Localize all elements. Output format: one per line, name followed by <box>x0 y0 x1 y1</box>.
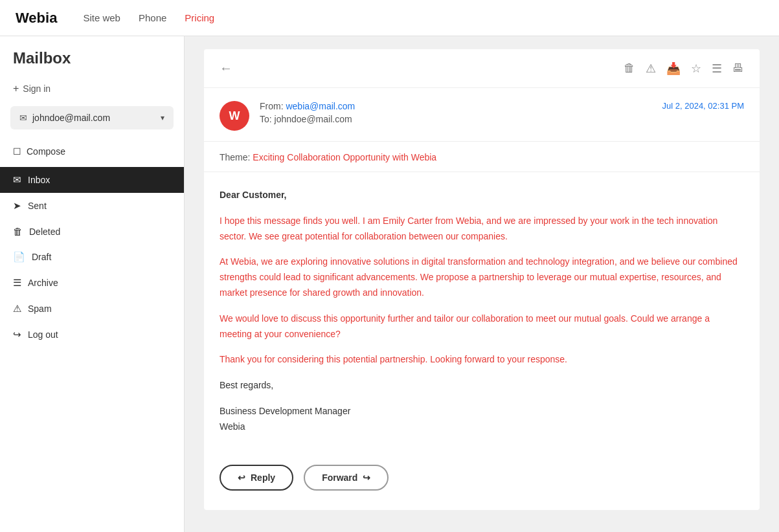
deleted-label: Deleted <box>29 227 60 237</box>
compose-button[interactable]: ☐ Compose <box>0 140 184 163</box>
archive-icon: ☰ <box>13 277 21 289</box>
email-greeting: Dear Customer, <box>220 188 744 203</box>
signature-line2: Webia <box>220 419 744 435</box>
email-from-field: From: webia@mail.com <box>260 101 652 111</box>
email-actions: ↩ Reply Forward ↪ <box>204 454 760 510</box>
delete-icon[interactable]: 🗑 <box>624 61 635 75</box>
print-icon[interactable]: 🖶 <box>732 61 744 75</box>
email-container: ← 🗑 ⚠ 📥 ☆ ☰ 🖶 W From: <box>204 49 760 510</box>
forward-button[interactable]: Forward ↪ <box>304 465 389 491</box>
para1-text: I hope this message finds you well. I am… <box>220 216 717 241</box>
para4-text: Thank you for considering this potential… <box>220 354 567 364</box>
sidebar-item-sent[interactable]: ➤ Sent <box>0 193 184 219</box>
deleted-icon: 🗑 <box>13 226 23 237</box>
back-button[interactable]: ← <box>220 61 232 76</box>
to-label: To: <box>260 114 275 124</box>
sent-label: Sent <box>28 201 47 211</box>
sidebar-item-inbox[interactable]: ✉ Inbox <box>0 167 184 193</box>
logout-label: Log out <box>28 329 58 340</box>
archive2-icon[interactable]: 📥 <box>666 61 681 76</box>
email-meta: From: webia@mail.com To: johndoe@mail.co… <box>260 101 652 124</box>
sign-in-label: Sign in <box>23 83 51 94</box>
draft-icon: 📄 <box>13 251 25 263</box>
from-address[interactable]: webia@mail.com <box>286 101 355 111</box>
sent-icon: ➤ <box>13 200 21 212</box>
top-nav: Webia Site web Phone Pricing <box>0 0 779 36</box>
inbox-label: Inbox <box>28 175 50 185</box>
email-paragraph-2: At Webia, we are exploring innovative so… <box>220 254 744 300</box>
mail-icon: ✉ <box>19 113 27 123</box>
from-label: From: <box>260 101 286 111</box>
email-from-row: W From: webia@mail.com To: johndoe@mail.… <box>220 101 744 131</box>
nav-phone[interactable]: Phone <box>139 12 166 23</box>
theme-value: Exciting Collaboration Opportunity with … <box>253 152 436 162</box>
logout-icon: ↪ <box>13 329 21 340</box>
forward-arrow-icon: ↪ <box>363 472 370 483</box>
warning-icon[interactable]: ⚠ <box>646 61 656 76</box>
email-toolbar: ← 🗑 ⚠ 📥 ☆ ☰ 🖶 <box>204 49 760 88</box>
menu-icon[interactable]: ☰ <box>712 61 722 76</box>
compose-icon: ☐ <box>13 146 21 157</box>
main-content: ← 🗑 ⚠ 📥 ☆ ☰ 🖶 W From: <box>185 36 779 532</box>
chevron-down-icon: ▾ <box>161 113 164 122</box>
theme-label: Theme: <box>220 152 250 162</box>
email-header: W From: webia@mail.com To: johndoe@mail.… <box>204 88 760 142</box>
email-date: Jul 2, 2024, 02:31 PM <box>662 101 744 111</box>
sidebar: Mailbox + Sign in ✉ johndoe@mail.com ▾ ☐… <box>0 36 185 532</box>
draft-label: Draft <box>32 252 51 262</box>
account-email: johndoe@mail.com <box>32 113 110 123</box>
email-to-field: To: johndoe@mail.com <box>260 114 652 124</box>
sidebar-item-draft[interactable]: 📄 Draft <box>0 244 184 270</box>
account-selector[interactable]: ✉ johndoe@mail.com ▾ <box>10 106 174 129</box>
reply-arrow-icon: ↩ <box>238 472 245 483</box>
account-info: ✉ johndoe@mail.com <box>19 113 110 123</box>
sidebar-item-spam[interactable]: ⚠ Spam <box>0 296 184 322</box>
sign-in-button[interactable]: + Sign in <box>0 78 184 100</box>
sidebar-item-deleted[interactable]: 🗑 Deleted <box>0 219 184 244</box>
email-body: Dear Customer, I hope this message finds… <box>204 172 760 454</box>
sidebar-title: Mailbox <box>0 49 184 78</box>
email-paragraph-1: I hope this message finds you well. I am… <box>220 214 744 245</box>
email-paragraph-4: Thank you for considering this potential… <box>220 352 744 368</box>
nav-links: Site web Phone Pricing <box>83 12 214 23</box>
layout: Mailbox + Sign in ✉ johndoe@mail.com ▾ ☐… <box>0 36 779 532</box>
closing-text: Best regards, <box>220 380 273 390</box>
nav-pricing[interactable]: Pricing <box>185 12 214 23</box>
toolbar-right: 🗑 ⚠ 📥 ☆ ☰ 🖶 <box>624 61 744 76</box>
archive-label: Archive <box>28 278 58 288</box>
inbox-icon: ✉ <box>13 174 21 186</box>
email-theme: Theme: Exciting Collaboration Opportunit… <box>204 142 760 172</box>
forward-label: Forward <box>322 472 357 483</box>
para3-text: We would love to discuss this opportunit… <box>220 313 710 339</box>
email-signature: Business Development Manager Webia <box>220 404 744 435</box>
compose-label: Compose <box>27 146 65 157</box>
to-address: johndoe@mail.com <box>275 114 352 124</box>
sidebar-item-archive[interactable]: ☰ Archive <box>0 270 184 296</box>
toolbar-left: ← <box>220 61 232 76</box>
nav-site-web[interactable]: Site web <box>83 12 120 23</box>
email-paragraph-3: We would love to discuss this opportunit… <box>220 311 744 342</box>
reply-button[interactable]: ↩ Reply <box>220 465 293 491</box>
plus-icon: + <box>13 83 19 94</box>
star-icon[interactable]: ☆ <box>691 61 701 76</box>
email-closing: Best regards, <box>220 378 744 393</box>
logo: Webia <box>16 10 57 27</box>
spam-icon: ⚠ <box>13 303 21 315</box>
para2-text: At Webia, we are exploring innovative so… <box>220 256 738 298</box>
reply-label: Reply <box>251 472 275 483</box>
sender-avatar: W <box>220 101 249 131</box>
signature-line1: Business Development Manager <box>220 404 744 419</box>
sidebar-item-logout[interactable]: ↪ Log out <box>0 322 184 348</box>
spam-label: Spam <box>28 304 52 314</box>
